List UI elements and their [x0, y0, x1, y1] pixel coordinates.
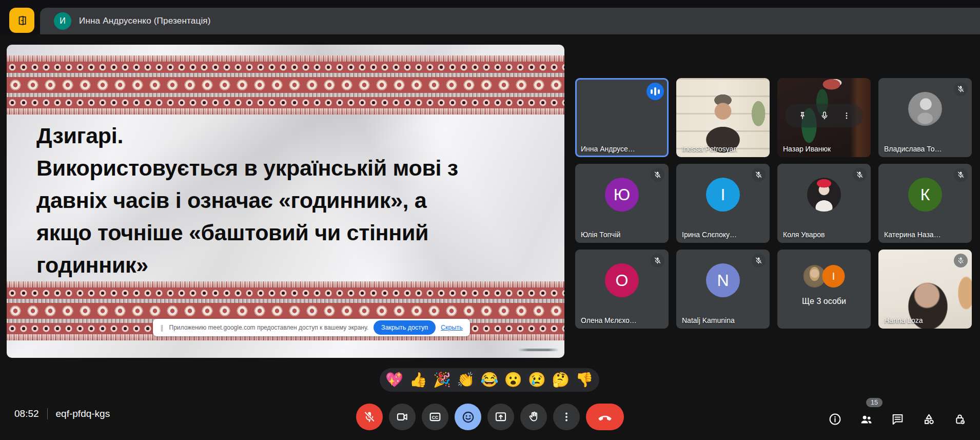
participant-tile[interactable]: NNatalj Kamunina [676, 250, 770, 329]
slide-text: Дзигарі.Використовується в українській м… [36, 120, 458, 281]
people-panel-button[interactable]: 15 [859, 412, 873, 426]
overflow-letter-avatar: I [822, 265, 845, 288]
pin-participant-icon[interactable] [797, 110, 808, 121]
present-screen-button[interactable] [487, 404, 514, 430]
stop-sharing-button[interactable]: Закрыть доступ [374, 320, 436, 335]
participant-name: Владислава То… [884, 145, 942, 153]
participant-name: Ще 3 особи [777, 297, 871, 306]
tile-more-options-icon[interactable] [842, 111, 851, 120]
info-icon [828, 412, 842, 426]
host-controls-button[interactable] [953, 412, 967, 426]
participant-name: Ірина Слєпоку… [682, 231, 737, 239]
slide-text-line: годинник» [36, 249, 458, 281]
participant-tile[interactable]: Inessa Petrosyan [676, 78, 770, 157]
mic-muted-icon [651, 168, 664, 182]
participant-tile[interactable]: IЩе 3 особи [777, 250, 871, 329]
activities-shapes-icon [922, 412, 936, 426]
mic-muted-icon [752, 168, 766, 182]
participant-name: Inessa Petrosyan [682, 145, 737, 153]
captions-button[interactable]: CC [422, 404, 448, 430]
participant-tile[interactable]: ККатерина Наза… [878, 164, 972, 243]
participant-name: Natalj Kamunina [682, 316, 735, 324]
mic-muted-button[interactable] [356, 404, 383, 430]
mic-muted-icon [954, 168, 968, 182]
bottom-control-bar: 08:52 eqf-pfdq-kgs [0, 394, 980, 440]
reactions-button[interactable] [455, 404, 481, 430]
participant-name: Назар Иванюк [783, 145, 831, 153]
clock: 08:52 [14, 408, 39, 419]
slide-text-line: Використовується в українській мові з [36, 152, 458, 184]
meeting-code: eqf-pfdq-kgs [56, 408, 110, 419]
raise-hand-icon [527, 410, 540, 424]
participant-name: Юлія Топчій [581, 231, 620, 239]
reaction-emoji-button[interactable]: 😮 [504, 373, 522, 387]
participant-photo-avatar [807, 178, 841, 212]
participant-tile[interactable]: ІІрина Слєпоку… [676, 164, 770, 243]
reaction-emoji-button[interactable]: 🤔 [552, 373, 570, 387]
chat-panel-button[interactable] [891, 412, 905, 426]
end-call-icon [597, 409, 613, 425]
mic-muted-icon [954, 82, 968, 96]
participant-letter-avatar: Ю [605, 178, 639, 212]
door-glyph [15, 14, 29, 27]
participant-tile[interactable]: ООлена Мєлєхо… [575, 250, 669, 329]
participant-tile[interactable]: Коля Уваров [777, 164, 871, 243]
screen-share-banner: ∥ Приложению meet.google.com предоставле… [153, 319, 470, 336]
call-controls: CC [356, 404, 624, 430]
participant-tile[interactable]: Инна Андрусе… [575, 78, 669, 157]
drag-handle-icon[interactable]: ∥ [160, 324, 164, 332]
mic-muted-icon [651, 254, 664, 267]
chat-icon [891, 412, 905, 426]
presenter-tab-title: Инна Андрусенко (Презентація) [79, 16, 211, 26]
participant-tile[interactable]: Владислава То… [878, 78, 972, 157]
mic-off-icon [363, 410, 376, 424]
reaction-emoji-button[interactable]: 😂 [480, 373, 498, 387]
activities-button[interactable] [922, 412, 936, 426]
mic-muted-icon [853, 168, 867, 182]
mute-participant-icon[interactable] [819, 110, 830, 121]
reaction-emoji-button[interactable]: 👏 [457, 373, 475, 387]
participant-name: Коля Уваров [783, 231, 825, 239]
participant-tile[interactable]: Назар Иванюк [777, 78, 871, 157]
reaction-emoji-button[interactable]: 🎉 [433, 373, 451, 387]
reactions-bar: 💖👍🎉👏😂😮😢🤔👎 [380, 368, 599, 392]
camera-icon [396, 410, 409, 424]
more-options-button[interactable] [553, 404, 580, 430]
participants-grid: Инна Андрусе…Inessa PetrosyanНазар Иваню… [575, 78, 972, 329]
embroidery-border-top [7, 55, 564, 114]
participant-letter-avatar: О [605, 263, 639, 297]
shared-presentation-slide[interactable]: Дзигарі.Використовується в українській м… [7, 45, 564, 358]
slide-text-line: давніх часів і означає «годинник», а [36, 184, 458, 217]
participant-tile[interactable]: Hanna Loza [878, 250, 972, 329]
smiley-icon [461, 410, 475, 424]
reaction-emoji-button[interactable]: 👍 [409, 373, 427, 387]
meeting-details-button[interactable] [828, 412, 842, 426]
present-screen-icon [494, 410, 507, 424]
reaction-emoji-button[interactable]: 😢 [528, 373, 546, 387]
meta-divider [47, 408, 48, 419]
host-lock-icon [953, 412, 967, 426]
svg-text:CC: CC [432, 415, 439, 420]
open-door-icon[interactable] [9, 8, 34, 33]
participant-name: Олена Мєлєхо… [581, 316, 637, 324]
tile-hover-controls [785, 104, 863, 127]
captions-icon: CC [428, 410, 442, 424]
raise-hand-button[interactable] [520, 404, 547, 430]
panel-controls: 15 [828, 412, 967, 426]
leave-call-button[interactable] [586, 404, 624, 430]
participant-letter-avatar: І [706, 178, 740, 212]
participant-letter-avatar: N [706, 263, 740, 297]
slide-text-line: Дзигарі. [36, 120, 458, 152]
mic-muted-icon [954, 254, 968, 267]
presenter-avatar: И [54, 12, 71, 30]
participant-photo-avatar [908, 92, 942, 126]
reaction-emoji-button[interactable]: 👎 [576, 373, 594, 387]
participant-name: Катерина Наза… [884, 231, 941, 239]
top-bar: И Инна Андрусенко (Презентація) [0, 0, 980, 34]
participant-tile[interactable]: ЮЮлія Топчій [575, 164, 669, 243]
reaction-emoji-button[interactable]: 💖 [385, 373, 403, 387]
presenter-tab[interactable]: И Инна Андрусенко (Презентація) [40, 8, 980, 34]
hide-banner-link[interactable]: Скрыть [441, 324, 463, 331]
camera-button[interactable] [389, 404, 416, 430]
more-options-icon [560, 411, 573, 423]
